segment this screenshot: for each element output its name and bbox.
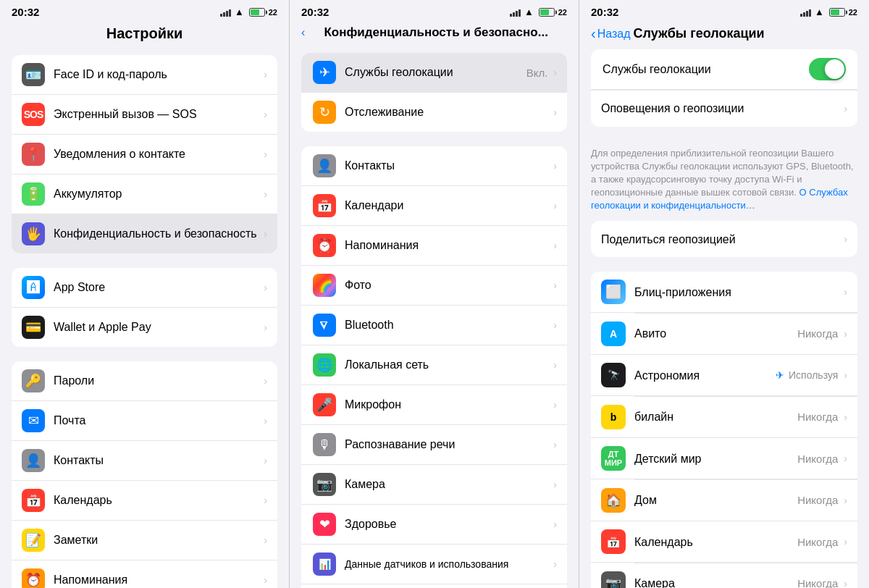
settings-item-mail[interactable]: ✉ Почта › (12, 401, 277, 441)
privacy-item-reminders[interactable]: ⏰ Напоминания › (301, 226, 567, 266)
settings-item-battery[interactable]: 🔋 Аккумулятор › (12, 175, 277, 214)
avito-label: Авито (634, 327, 797, 340)
privacy-item-calendars[interactable]: 📅 Календари › (301, 186, 567, 226)
privacy-item-mic[interactable]: 🎤 Микрофон › (301, 385, 567, 425)
geo-app-home[interactable]: 🏠 Дом Никогда › (591, 480, 857, 521)
settings-item-wallet[interactable]: 💳 Wallet и Apple Pay › (12, 308, 277, 347)
privacy-item-photos[interactable]: 🌈 Фото › (301, 266, 567, 306)
settings-item-calendar[interactable]: 📅 Календарь › (12, 481, 277, 521)
back-chevron-3: ‹ (591, 25, 596, 42)
status-bar-2: 20:32 ▲ 22 (290, 0, 579, 21)
geo-app-detmir[interactable]: ДТ МИР Детский мир Никогда › (591, 438, 857, 479)
priv-photos-icon: 🌈 (313, 274, 336, 297)
settings-section-3: 🔑 Пароли › ✉ Почта › 👤 Контакты › 📅 Кале… (12, 361, 277, 588)
status-icons-1: ▲ 22 (220, 7, 277, 17)
priv-net-chevron: › (553, 359, 557, 371)
app-cal-icon: 📅 (601, 529, 626, 554)
wallet-chevron: › (264, 322, 267, 333)
sos-chevron: › (264, 109, 267, 120)
priv-speech-icon: 🎙 (313, 433, 336, 456)
settings-scroll[interactable]: 🪪 Face ID и код-пароль › SOS Экстренный … (0, 49, 289, 588)
privacy-item-homekit[interactable]: 🏠 HomeKit › (301, 584, 567, 588)
priv-cal-label: Календари (345, 198, 550, 212)
faceid-icon: 🪪 (22, 63, 45, 86)
settings-item-contacts[interactable]: 👤 Контакты › (12, 441, 277, 481)
priv-rem-icon: ⏰ (313, 234, 336, 257)
settings-item-notes[interactable]: 📝 Заметки › (12, 521, 277, 560)
beeline-icon: b (601, 405, 626, 429)
panel-privacy: 20:32 ▲ 22 ‹ Конфиденциальность и безопа… (290, 0, 579, 588)
status-bar-1: 20:32 ▲ 22 (0, 0, 289, 21)
settings-item-faceid[interactable]: 🪪 Face ID и код-пароль › (12, 55, 277, 95)
privacy-item-bt[interactable]: ⛛ Bluetooth › (301, 306, 567, 345)
priv-cal-chevron: › (553, 200, 557, 211)
detmir-icon: ДТ МИР (601, 446, 626, 471)
geo-description: Для определения приблизительной геопозиц… (579, 141, 869, 222)
priv-net-label: Локальная сеть (345, 358, 550, 371)
contacts-label: Контакты (54, 453, 261, 467)
contacts-icon: 👤 (22, 449, 45, 472)
geo-app-blitz[interactable]: ⬜ Блиц-приложения › (591, 272, 857, 313)
geo-scroll[interactable]: Службы геолокации Оповещения о геопозици… (579, 49, 869, 588)
privacy-section-2: 👤 Контакты › 📅 Календари › ⏰ Напоминания… (301, 146, 567, 588)
geo-share-row[interactable]: Поделиться геопозицией › (591, 221, 857, 257)
battery-pct-3: 22 (849, 8, 857, 17)
detmir-value: Никогда (797, 453, 838, 465)
privacy-item-localnet[interactable]: 🌐 Локальная сеть › (301, 345, 567, 385)
priv-sensor-chevron: › (553, 558, 557, 570)
geo-toggle[interactable] (809, 58, 846, 80)
detmir-label: Детский мир (634, 452, 797, 466)
settings-item-passwords[interactable]: 🔑 Пароли › (12, 361, 277, 401)
geo-app-astronomy[interactable]: 🔭 Астрономия ✈ Используя › (591, 355, 857, 396)
reminders-chevron: › (264, 574, 267, 586)
privacy-label: Конфиденциальность и безопасность (54, 227, 261, 240)
priv-rem-label: Напоминания (345, 238, 550, 252)
priv-contacts-icon: 👤 (313, 154, 336, 177)
geo-share-label: Поделиться геопозицией (601, 232, 841, 246)
geo-notifications-row[interactable]: Оповещения о геопозиции › (591, 91, 857, 127)
geo-share-card: Поделиться геопозицией › (591, 221, 857, 257)
tracking-icon: ↻ (313, 101, 336, 124)
geo-app-camera[interactable]: 📷 Камера Никогда › (591, 563, 857, 588)
privacy-item-tracking[interactable]: ↻ Отслеживание › (301, 93, 567, 132)
home-label: Дом (634, 493, 797, 507)
geo-back-btn[interactable]: ‹ Назад (591, 25, 631, 42)
battery-pct: 22 (269, 8, 277, 17)
priv-health-chevron: › (553, 518, 557, 530)
time-3: 20:32 (591, 6, 618, 18)
privacy-item-contacts[interactable]: 👤 Контакты › (301, 146, 567, 186)
settings-item-appstore[interactable]: 🅰 App Store › (12, 268, 277, 308)
priv-photos-chevron: › (553, 280, 557, 291)
privacy-item-sensors[interactable]: 📊 Данные датчиков и использования › (301, 545, 567, 584)
geo-toggle-label: Службы геолокации (603, 63, 809, 76)
settings-section-2: 🅰 App Store › 💳 Wallet и Apple Pay › (12, 268, 277, 347)
geo-app-calendar[interactable]: 📅 Календарь Никогда › (591, 521, 857, 563)
privacy-item-health[interactable]: ❤ Здоровье › (301, 505, 567, 545)
geo-app-beeline[interactable]: b билайн Никогда › (591, 397, 857, 438)
contact-chevron: › (264, 148, 267, 160)
signal-icon-2 (510, 8, 521, 17)
settings-item-privacy[interactable]: 🖐 Конфиденциальность и безопасность › (12, 214, 277, 253)
contacts-chevron: › (264, 455, 267, 466)
privacy-item-camera[interactable]: 📷 Камера › (301, 465, 567, 505)
settings-title: Настройки (0, 21, 289, 49)
home-value: Никогда (797, 494, 838, 506)
privacy-item-geo[interactable]: ✈ Службы геолокации Вкл. › (301, 53, 567, 93)
location-arrow-icon: ✈ (776, 369, 784, 381)
geo-app-avito[interactable]: А Авито Никогда › (591, 314, 857, 355)
app-cam-chevron: › (844, 578, 847, 588)
priv-bt-label: Bluetooth (345, 318, 550, 332)
beeline-label: билайн (634, 410, 797, 424)
settings-item-contact[interactable]: 📍 Уведомления о контакте › (12, 135, 277, 175)
avito-value: Никогда (797, 327, 838, 340)
privacy-scroll[interactable]: ✈ Службы геолокации Вкл. › ↻ Отслеживани… (290, 47, 579, 588)
geo-apps-card: ⬜ Блиц-приложения › А Авито Никогда › 🔭 … (591, 272, 857, 588)
status-bar-3: 20:32 ▲ 22 (579, 0, 869, 21)
settings-item-sos[interactable]: SOS Экстренный вызов — SOS › (12, 95, 277, 135)
astronomy-label: Астрономия (634, 369, 776, 382)
appstore-icon: 🅰 (22, 276, 45, 299)
settings-item-reminders[interactable]: ⏰ Напоминания › (12, 560, 277, 588)
geo-notifications-chevron: › (844, 103, 847, 114)
privacy-item-speech[interactable]: 🎙 Распознавание речи › (301, 425, 567, 465)
settings-section-1: 🪪 Face ID и код-пароль › SOS Экстренный … (12, 55, 277, 253)
